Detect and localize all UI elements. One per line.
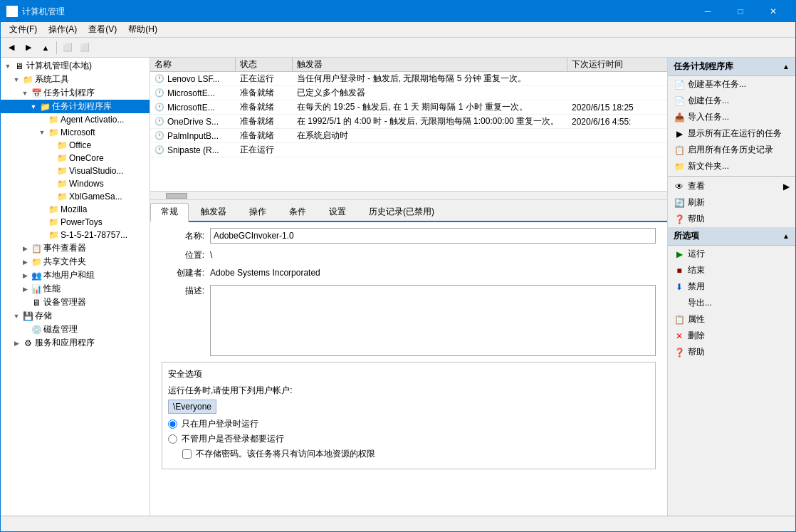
task-list-body[interactable]: 🕐 Lenovo LSF... 正在运行 当任何用户登录时 - 触发后, 无限期… bbox=[150, 72, 667, 191]
label-onecore: OneCore bbox=[69, 153, 104, 163]
tree-panel[interactable]: ▼ 🖥 计算机管理(本地) ▼ 📁 系统工具 ▼ 📅 任务计划程序 ▼ 📁 任务… bbox=[1, 58, 150, 516]
col-header-status[interactable]: 状态 bbox=[236, 58, 293, 71]
table-row[interactable]: 🕐 Snipaste (R... 正在运行 bbox=[150, 143, 667, 157]
task-name-3: 🕐 OneDrive S... bbox=[150, 116, 236, 127]
tree-item-storage[interactable]: ▼ 💾 存储 bbox=[1, 309, 150, 323]
tab-conditions[interactable]: 条件 bbox=[278, 203, 317, 221]
tree-item-agent[interactable]: ▶ 📁 Agent Activatio... bbox=[1, 113, 150, 126]
label-visualstudio: VisualStudio... bbox=[69, 166, 124, 176]
action-refresh[interactable]: 🔄 刷新 bbox=[668, 194, 795, 211]
tab-general[interactable]: 常规 bbox=[150, 203, 189, 222]
tree-item-root[interactable]: ▼ 🖥 计算机管理(本地) bbox=[1, 59, 150, 73]
enable-history-icon: 📋 bbox=[674, 145, 685, 156]
tab-triggers[interactable]: 触发器 bbox=[190, 203, 237, 221]
new-folder-icon: 📁 bbox=[674, 161, 685, 172]
col-header-trigger[interactable]: 触发器 bbox=[293, 58, 567, 71]
radio-row-2: 不管用户是否登录都要运行 bbox=[168, 433, 649, 445]
show-running-icon: ▶ bbox=[674, 128, 685, 140]
table-row[interactable]: 🕐 MicrosoftE... 准备就绪 已定义多个触发器 bbox=[150, 86, 667, 100]
menu-help[interactable]: 帮助(H) bbox=[122, 22, 163, 37]
action-create-basic[interactable]: 📄 创建基本任务... bbox=[668, 76, 795, 93]
actions-panel: 任务计划程序库 ▲ 📄 创建基本任务... 📄 创建任务... 📥 导入任务..… bbox=[667, 58, 795, 516]
action-delete[interactable]: ✕ 删除 bbox=[668, 328, 795, 344]
action-help-2[interactable]: ❓ 帮助 bbox=[668, 344, 795, 360]
action-create-task[interactable]: 📄 创建任务... bbox=[668, 93, 795, 109]
label-agent: Agent Activatio... bbox=[61, 115, 124, 125]
security-title: 安全选项 bbox=[168, 368, 649, 380]
checkbox-row-1: 不存储密码。该任务将只有访问本地资源的权限 bbox=[168, 448, 649, 460]
menu-file[interactable]: 文件(F) bbox=[4, 22, 43, 37]
col-header-name[interactable]: 名称 bbox=[150, 58, 236, 71]
tab-actions[interactable]: 操作 bbox=[239, 203, 277, 221]
tree-item-office[interactable]: ▶ 📁 Office bbox=[1, 139, 150, 152]
minimize-button[interactable]: ─ bbox=[691, 1, 724, 22]
action-disable[interactable]: ⬇ 禁用 bbox=[668, 278, 795, 295]
toolbar-btn2[interactable]: ⬜ bbox=[77, 40, 93, 56]
action-show-running[interactable]: ▶ 显示所有正在运行的任务 bbox=[668, 125, 795, 142]
forward-button[interactable]: ▶ bbox=[21, 40, 36, 56]
tree-item-visualstudio[interactable]: ▶ 📁 VisualStudio... bbox=[1, 165, 150, 177]
action-view[interactable]: 👁 查看 ▶ bbox=[668, 178, 795, 194]
name-input[interactable] bbox=[210, 228, 656, 244]
task-list-panel: 名称 状态 触发器 下次运行时间 🕐 Lenovo LSF... 正在运行 bbox=[150, 58, 667, 200]
label-root: 计算机管理(本地) bbox=[26, 60, 92, 72]
action-help-1[interactable]: ❓ 帮助 bbox=[668, 211, 795, 227]
tree-item-device-manager[interactable]: ▶ 🖥 设备管理器 bbox=[1, 296, 150, 309]
label-powertoys: PowerToys bbox=[61, 217, 103, 227]
action-new-folder[interactable]: 📁 新文件夹... bbox=[668, 158, 795, 174]
tree-item-xblgamesa[interactable]: ▶ 📁 XblGameSa... bbox=[1, 190, 150, 203]
tab-history[interactable]: 历史记录(已禁用) bbox=[358, 203, 445, 221]
tree-item-s115[interactable]: ▶ 📁 S-1-5-21-78757... bbox=[1, 229, 150, 241]
label-task-lib: 任务计划程序库 bbox=[52, 100, 112, 113]
back-button[interactable]: ◀ bbox=[4, 40, 19, 56]
task-icon-0: 🕐 bbox=[155, 74, 164, 83]
up-button[interactable]: ▲ bbox=[38, 40, 53, 56]
checkbox-no-store[interactable] bbox=[182, 449, 192, 459]
col-header-nextrun[interactable]: 下次运行时间 bbox=[567, 58, 667, 71]
radio-always[interactable] bbox=[168, 434, 177, 444]
form-label-desc: 描述: bbox=[162, 285, 204, 297]
tab-settings[interactable]: 设置 bbox=[318, 203, 357, 221]
tree-item-powertoys[interactable]: ▶ 📁 PowerToys bbox=[1, 216, 150, 229]
tree-item-event-viewer[interactable]: ▶ 📋 事件查看器 bbox=[1, 241, 150, 255]
tree-item-performance[interactable]: ▶ 📊 性能 bbox=[1, 282, 150, 296]
tree-item-task-scheduler[interactable]: ▼ 📅 任务计划程序 bbox=[1, 86, 150, 100]
table-row[interactable]: 🕐 MicrosoftE... 准备就绪 在每天的 19:25 - 触发后, 在… bbox=[150, 100, 667, 115]
action-run[interactable]: ▶ 运行 bbox=[668, 246, 795, 262]
table-row[interactable]: 🕐 OneDrive S... 准备就绪 在 1992/5/1 的 4:00 时… bbox=[150, 115, 667, 129]
action-properties[interactable]: 📋 属性 bbox=[668, 311, 795, 328]
maximize-button[interactable]: □ bbox=[724, 1, 757, 22]
action-export[interactable]: 导出... bbox=[668, 295, 795, 311]
tree-item-shared-folders[interactable]: ▶ 📁 共享文件夹 bbox=[1, 255, 150, 268]
close-button[interactable]: ✕ bbox=[757, 1, 790, 22]
tree-item-microsoft[interactable]: ▼ 📁 Microsoft bbox=[1, 126, 150, 139]
tree-item-mozilla[interactable]: ▶ 📁 Mozilla bbox=[1, 203, 150, 216]
tree-item-onecore[interactable]: ▶ 📁 OneCore bbox=[1, 152, 150, 165]
task-name-0: 🕐 Lenovo LSF... bbox=[150, 73, 236, 85]
tree-item-local-users[interactable]: ▶ 👥 本地用户和组 bbox=[1, 268, 150, 282]
task-name-1: 🕐 MicrosoftE... bbox=[150, 88, 236, 99]
action-end[interactable]: ■ 结束 bbox=[668, 262, 795, 278]
tree-item-windows[interactable]: ▶ 📁 Windows bbox=[1, 177, 150, 190]
tree-item-task-lib[interactable]: ▼ 📁 任务计划程序库 bbox=[1, 100, 150, 113]
desc-textarea[interactable] bbox=[210, 285, 656, 356]
h-scrollbar[interactable] bbox=[150, 191, 667, 199]
task-status-3: 准备就绪 bbox=[236, 115, 293, 128]
table-row[interactable]: 🕐 PalmInputB... 准备就绪 在系统启动时 bbox=[150, 129, 667, 143]
tree-item-system-tools[interactable]: ▼ 📁 系统工具 bbox=[1, 73, 150, 86]
detail-form: 名称: 位置: \ 创建者: Adobe Systems Incorporate… bbox=[150, 222, 667, 516]
toolbar-btn1[interactable]: ⬜ bbox=[60, 40, 75, 56]
menu-view[interactable]: 查看(V) bbox=[83, 22, 122, 37]
menu-action[interactable]: 操作(A) bbox=[43, 22, 83, 37]
radio-login[interactable] bbox=[168, 419, 177, 429]
action-enable-history[interactable]: 📋 启用所有任务历史记录 bbox=[668, 142, 795, 158]
task-name-2: 🕐 MicrosoftE... bbox=[150, 102, 236, 113]
h-scrollbar-thumb bbox=[166, 193, 187, 199]
label-microsoft: Microsoft bbox=[61, 127, 95, 137]
tree-item-services-apps[interactable]: ▶ ⚙ 服务和应用程序 bbox=[1, 336, 150, 350]
action-separator-1 bbox=[668, 176, 795, 177]
action-import-task[interactable]: 📥 导入任务... bbox=[668, 109, 795, 125]
table-row[interactable]: 🕐 Lenovo LSF... 正在运行 当任何用户登录时 - 触发后, 无限期… bbox=[150, 72, 667, 86]
expand-shared-folders: ▶ bbox=[19, 256, 31, 268]
tree-item-disk-mgmt[interactable]: ▶ 💿 磁盘管理 bbox=[1, 323, 150, 336]
